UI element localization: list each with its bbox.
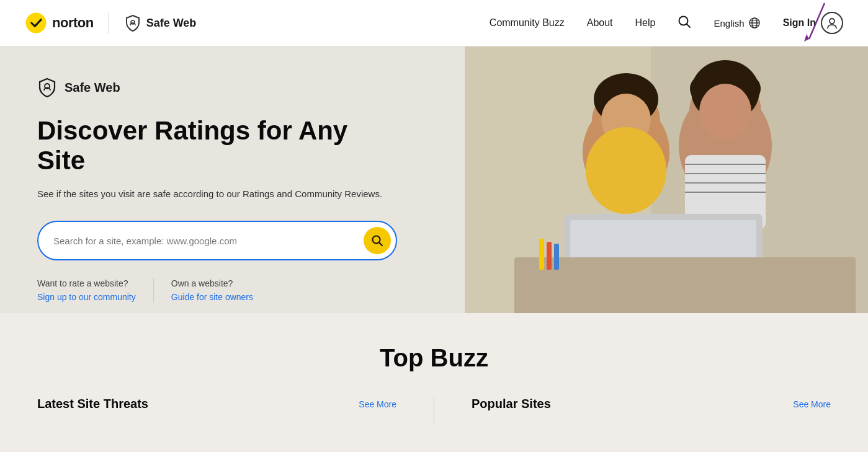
own-website-label: Own a website? <box>171 278 253 288</box>
hero-safeweb-label: Safe Web <box>65 81 120 95</box>
svg-marker-11 <box>804 34 809 42</box>
popular-sites-column: Popular Sites See More <box>472 397 831 423</box>
hero-photo <box>465 47 868 313</box>
buzz-columns-divider <box>434 397 434 423</box>
norton-check-icon <box>25 12 47 34</box>
search-icon[interactable] <box>678 15 691 31</box>
latest-threats-column: Latest Site Threats See More <box>37 397 396 423</box>
hero-links-row: Want to rate a website? Sign up to our c… <box>37 278 397 303</box>
language-selector[interactable]: English <box>714 17 760 29</box>
latest-threats-title: Latest Site Threats <box>37 397 148 411</box>
svg-point-24 <box>586 127 666 214</box>
svg-rect-41 <box>547 242 552 270</box>
hero-title: Discover Ratings for Any Site <box>37 116 397 176</box>
user-icon <box>821 12 843 34</box>
top-buzz-title: Top Buzz <box>37 344 831 372</box>
search-submit-button[interactable] <box>364 227 391 254</box>
hero-illustration <box>465 47 868 313</box>
svg-line-14 <box>379 242 382 246</box>
hero-photo-background <box>465 47 868 313</box>
hero-content: Safe Web Discover Ratings for Any Site S… <box>0 47 434 313</box>
search-submit-icon <box>371 234 383 247</box>
guide-site-owners-link[interactable]: Guide for site owners <box>171 292 253 302</box>
own-website-group: Own a website? Guide for site owners <box>171 278 253 302</box>
svg-point-31 <box>699 84 751 140</box>
bottom-section: Top Buzz Latest Site Threats See More Po… <box>0 313 868 442</box>
nav-about[interactable]: About <box>587 17 613 29</box>
svg-point-0 <box>26 13 46 33</box>
nav-community-buzz[interactable]: Community Buzz <box>490 17 565 29</box>
safeweb-logo[interactable]: Safe Web <box>124 14 197 32</box>
hero-shield-icon <box>37 78 57 97</box>
rate-website-label: Want to rate a website? <box>37 278 136 288</box>
header: norton Safe Web Community Buzz About Hel… <box>0 0 868 47</box>
hero-logo-row: Safe Web <box>37 78 397 97</box>
latest-threats-header: Latest Site Threats See More <box>37 397 396 416</box>
safeweb-shield-icon <box>124 14 141 32</box>
popular-sites-header: Popular Sites See More <box>472 397 831 416</box>
signin-label: Sign In <box>783 17 816 29</box>
popular-sites-see-more[interactable]: See More <box>793 399 831 409</box>
norton-brand-text: norton <box>52 15 94 31</box>
signup-community-link[interactable]: Sign up to our community <box>37 292 136 302</box>
norton-logo[interactable]: norton <box>25 12 94 34</box>
svg-point-9 <box>830 19 834 24</box>
hero-section: Safe Web Discover Ratings for Any Site S… <box>0 47 868 313</box>
svg-rect-42 <box>554 244 559 270</box>
search-bar <box>37 221 397 260</box>
svg-line-3 <box>687 24 691 28</box>
search-input[interactable] <box>53 236 364 246</box>
nav-help[interactable]: Help <box>635 17 656 29</box>
latest-threats-see-more[interactable]: See More <box>359 399 396 409</box>
buzz-columns: Latest Site Threats See More Popular Sit… <box>37 397 831 423</box>
header-nav: Community Buzz About Help English Sign I… <box>490 12 843 34</box>
language-label: English <box>714 18 744 29</box>
hero-links-divider <box>153 278 154 303</box>
rate-website-group: Want to rate a website? Sign up to our c… <box>37 278 136 302</box>
safeweb-header-label: Safe Web <box>146 17 197 30</box>
svg-rect-39 <box>514 257 856 313</box>
globe-icon <box>748 17 761 29</box>
popular-sites-title: Popular Sites <box>472 397 551 411</box>
logo-divider <box>109 12 109 34</box>
svg-rect-40 <box>539 239 544 270</box>
hero-subtitle: See if the sites you visit are safe acco… <box>37 187 397 202</box>
header-left: norton Safe Web <box>25 12 196 34</box>
signin-button[interactable]: Sign In <box>783 12 843 34</box>
